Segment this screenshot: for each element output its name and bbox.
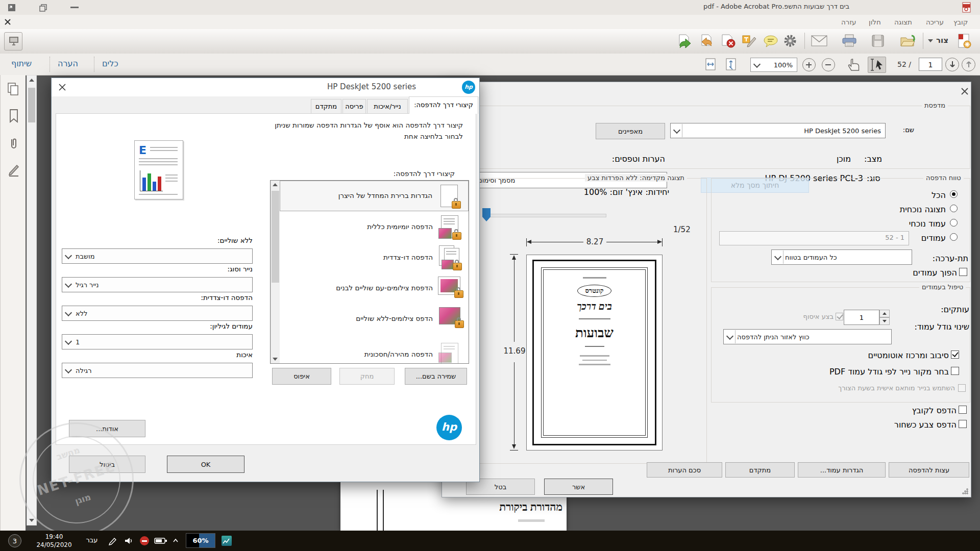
print-icon[interactable]: [841, 34, 857, 48]
about-button[interactable]: אודות...: [69, 420, 145, 437]
list-scroll-down-icon[interactable]: [273, 358, 278, 361]
close-window-icon[interactable]: [4, 18, 12, 26]
printer-dropdown-chevron-icon[interactable]: [671, 124, 682, 137]
pages-per-sheet-dropdown[interactable]: 1: [62, 334, 253, 349]
tab-share[interactable]: שיתוף: [11, 59, 32, 68]
create-dropdown-icon[interactable]: [928, 39, 933, 42]
menu-view[interactable]: תצוגה: [894, 18, 912, 26]
resize-grip-icon[interactable]: [962, 488, 968, 494]
subset-dropdown-chevron-icon[interactable]: [772, 251, 783, 264]
menu-help[interactable]: עזרה: [841, 18, 856, 26]
signatures-icon[interactable]: [8, 163, 20, 177]
advanced-button[interactable]: מתקדם: [725, 462, 795, 478]
spinner-up-icon[interactable]: [879, 310, 890, 317]
power-icon[interactable]: [154, 537, 167, 545]
comment-bubble-icon[interactable]: [763, 35, 779, 48]
create-button-label[interactable]: צור: [936, 36, 948, 45]
hp-dialog-close-icon[interactable]: [58, 83, 67, 92]
paper-type-dropdown[interactable]: נייר רגיל: [62, 277, 253, 292]
preview-zoom-slider-track[interactable]: [488, 214, 606, 217]
export-doc-icon[interactable]: [698, 34, 715, 48]
netfree-filter-button[interactable]: [4, 32, 22, 51]
edit-text-icon[interactable]: [741, 34, 757, 48]
quality-dropdown[interactable]: רגילה: [62, 363, 253, 378]
create-pdf-button[interactable]: [955, 33, 972, 49]
reset-button[interactable]: איפוס: [272, 368, 331, 385]
dropdown-chevron-icon[interactable]: [63, 278, 74, 291]
copies-input[interactable]: 1: [844, 310, 879, 325]
page-scaling-dropdown[interactable]: כווץ לאזור הניתן להדפסה: [723, 329, 892, 344]
shortcut-item-fast-economical[interactable]: הדפסה מהירה/חסכונית: [280, 334, 469, 363]
document-scrollbar[interactable]: [27, 75, 37, 525]
menu-file[interactable]: קובץ: [953, 18, 968, 26]
range-all-radio[interactable]: [950, 190, 958, 198]
language-indicator[interactable]: עבר: [82, 536, 102, 544]
page-number-input[interactable]: 1: [919, 58, 942, 71]
save-as-button[interactable]: שמירה בשם...: [405, 368, 467, 385]
tab-layout[interactable]: פריסה: [342, 99, 366, 114]
list-scroll-thumb[interactable]: [272, 191, 279, 283]
fullscreen-toggle-icon[interactable]: [7, 3, 16, 12]
dropdown-chevron-icon[interactable]: [63, 307, 74, 320]
copies-spinner[interactable]: [879, 310, 890, 325]
hp-cancel-button[interactable]: ביטול: [69, 456, 145, 473]
tab-advanced[interactable]: מתקדם: [311, 99, 341, 114]
shortcut-item-factory-defaults[interactable]: הגדרות ברירת המחדל של היצרן: [280, 181, 469, 211]
notification-badge[interactable]: 3: [8, 534, 21, 547]
minimize-window-icon[interactable]: [70, 7, 79, 8]
pages-range-input[interactable]: 1 - 52: [719, 231, 909, 245]
attachments-icon[interactable]: [8, 136, 19, 151]
taskbar-clock[interactable]: 19:40 24/05/2020: [30, 533, 79, 549]
delete-page-icon[interactable]: [720, 34, 736, 48]
dropdown-chevron-icon[interactable]: [63, 364, 74, 377]
scaling-dropdown-chevron-icon[interactable]: [724, 330, 736, 343]
print-ok-button[interactable]: אשר: [544, 479, 613, 495]
borderless-dropdown[interactable]: מושבת: [62, 248, 253, 264]
dropdown-chevron-icon[interactable]: [63, 335, 74, 348]
zoom-level-dropdown[interactable]: 100%: [750, 58, 797, 72]
fit-page-icon[interactable]: [724, 58, 738, 71]
page-thumbnails-icon[interactable]: [7, 82, 19, 96]
page-setup-button[interactable]: הגדרות עמוד...: [798, 462, 886, 478]
scrollbar-thumb[interactable]: [28, 88, 35, 122]
menu-window[interactable]: חלון: [869, 18, 881, 26]
hp-ok-button[interactable]: OK: [167, 456, 244, 473]
shortcut-item-two-sided[interactable]: הדפסה דו-צדדית: [280, 242, 469, 272]
next-page-icon[interactable]: [945, 58, 959, 71]
reverse-pages-checkbox[interactable]: [959, 268, 967, 276]
save-icon[interactable]: [871, 34, 885, 48]
bookmarks-icon[interactable]: [8, 109, 19, 123]
shortcut-item-photo-borderless[interactable]: הדפס צילומים-ללא שוליים: [280, 303, 469, 334]
tab-tools[interactable]: כלים: [102, 59, 118, 68]
settings-gear-icon[interactable]: [783, 34, 797, 48]
shortcut-item-everyday-printing[interactable]: הדפסה יומיומית כללית: [280, 211, 469, 242]
battery-percent-box[interactable]: 60%: [186, 533, 215, 548]
select-tool-icon[interactable]: [868, 57, 886, 73]
tab-paper-quality[interactable]: נייר/איכות: [367, 99, 408, 114]
zoom-dropdown-chevron-icon[interactable]: [751, 59, 762, 71]
menu-edit[interactable]: עריכה: [926, 18, 944, 26]
scrollbar-down-icon[interactable]: [29, 519, 34, 522]
printer-name-dropdown[interactable]: HP DeskJet 5200 series: [670, 123, 886, 138]
summarize-comments-button[interactable]: סכם הערות: [647, 462, 722, 478]
restore-window-icon[interactable]: [39, 3, 48, 12]
spinner-down-icon[interactable]: [879, 317, 890, 325]
print-to-file-checkbox[interactable]: [959, 406, 967, 414]
range-current-view-radio[interactable]: [950, 205, 958, 212]
show-hidden-icons-chevron[interactable]: [172, 537, 180, 545]
share-doc-icon[interactable]: [677, 34, 693, 48]
autorotate-checkbox[interactable]: [951, 350, 959, 359]
range-pages-radio[interactable]: [950, 233, 958, 241]
zoom-in-icon[interactable]: [802, 58, 816, 71]
dropdown-chevron-icon[interactable]: [63, 249, 74, 263]
volume-icon[interactable]: [124, 536, 134, 545]
tab-printing-shortcuts[interactable]: קיצורי דרך להדפסה:: [409, 96, 478, 114]
prev-page-icon[interactable]: [962, 58, 975, 71]
printing-tips-button[interactable]: עצות להדפסה: [889, 462, 969, 478]
zoom-out-icon[interactable]: [822, 58, 835, 71]
email-icon[interactable]: [811, 35, 828, 47]
printer-properties-button[interactable]: מאפיינים: [596, 123, 665, 139]
scrollbar-up-icon[interactable]: [29, 79, 34, 82]
list-scroll-up-icon[interactable]: [273, 183, 278, 186]
hand-tool-icon[interactable]: [846, 57, 863, 72]
